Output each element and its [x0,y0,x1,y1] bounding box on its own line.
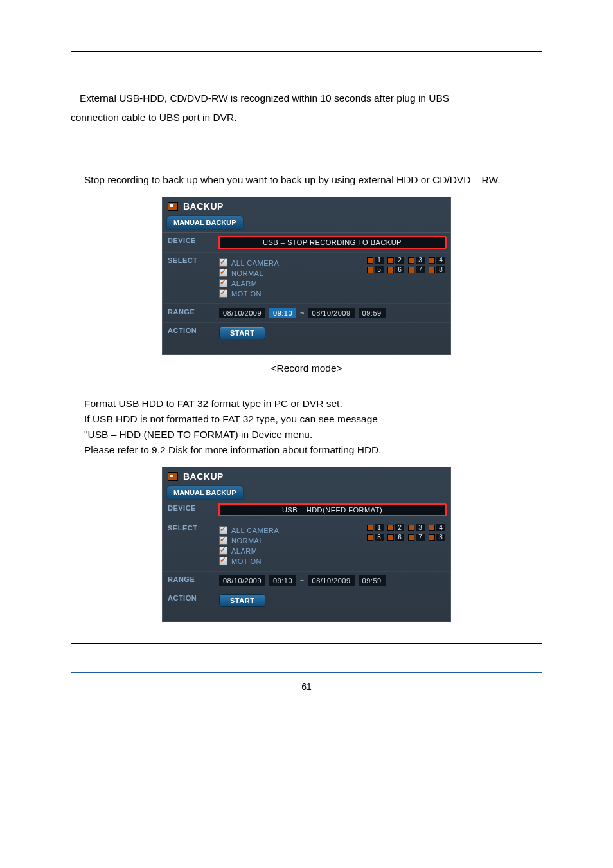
device-dropdown[interactable]: USB – HDD(NEED FORMAT) [219,504,445,516]
select-cell: ALL CAMERA NORMAL ALARM MOTION 1 2 3 4 [214,253,450,304]
camera-chip-6[interactable]: 6 [387,266,404,273]
camera-num: 3 [416,257,425,264]
camera-dot-icon [429,534,435,541]
device-dropdown[interactable]: USB – STOP RECORDING TO BACKUP [219,237,445,248]
camera-dot-icon [367,525,373,531]
camera-chip-1[interactable]: 1 [367,257,384,264]
camera-chip-8[interactable]: 8 [429,534,445,541]
select-cell: ALL CAMERA NORMAL ALARM MOTION 1 2 3 4 [214,520,450,572]
range-to-date[interactable]: 08/10/2009 [308,575,355,586]
camera-dot-icon [387,257,394,264]
checkbox-alarm[interactable] [219,279,227,287]
camera-chip-5[interactable]: 5 [367,266,384,273]
camera-chip-8[interactable]: 8 [429,266,445,273]
label-normal: NORMAL [231,269,263,277]
camera-dot-icon [367,267,373,273]
camera-dot-icon [429,257,435,264]
camera-chip-3[interactable]: 3 [408,257,425,264]
callout-text: Stop recording to back up when you want … [84,172,529,188]
range-from-date[interactable]: 08/10/2009 [219,575,265,586]
range-cell: 08/10/2009 09:10 ~ 08/10/2009 09:59 [214,304,450,323]
camera-dot-icon [408,267,414,273]
backup-icon [168,202,178,211]
tab-manual-backup[interactable]: MANUAL BACKUP [166,485,244,500]
backup-panel-2: BACKUP MANUAL BACKUP DEVICE USB – HDD(NE… [162,467,451,622]
tab-manual-backup[interactable]: MANUAL BACKUP [166,215,244,230]
camera-num: 6 [395,534,404,541]
camera-chip-1[interactable]: 1 [367,524,384,531]
range-from-date[interactable]: 08/10/2009 [219,308,265,318]
checkbox-all-camera[interactable] [219,258,227,267]
checkbox-motion[interactable] [219,557,227,565]
label-alarm: ALARM [231,280,257,287]
camera-num: 6 [395,266,404,273]
camera-chip-7[interactable]: 7 [408,534,425,541]
action-cell: START [214,323,450,354]
camera-chip-2[interactable]: 2 [387,524,404,531]
checkbox-alarm[interactable] [219,547,227,555]
backup-icon [168,472,178,481]
intro-line-1: External USB-HDD, CD/DVD-RW is recognize… [71,91,542,106]
panel-title-row: BACKUP [163,467,450,485]
checkbox-normal[interactable] [219,269,227,277]
camera-dot-icon [408,257,414,264]
panel-title-row: BACKUP [163,197,450,215]
panel-title: BACKUP [183,201,224,212]
camera-dot-icon [367,534,373,541]
range-to-time[interactable]: 09:59 [359,308,386,318]
camera-chip-3[interactable]: 3 [408,524,425,531]
panel-title: BACKUP [183,471,224,482]
range-to-date[interactable]: 08/10/2009 [308,308,355,318]
checkbox-motion[interactable] [219,289,227,298]
camera-chip-4[interactable]: 4 [429,257,445,264]
camera-dot-icon [408,525,414,531]
mid-line-1: Format USB HDD to FAT 32 format type in … [84,396,529,411]
camera-chip-5[interactable]: 5 [367,534,384,541]
page-number: 61 [71,682,542,692]
device-value-cell: USB – HDD(NEED FORMAT) [214,500,450,520]
checkbox-normal[interactable] [219,536,227,545]
device-label: DEVICE [163,500,214,520]
label-motion: MOTION [231,290,262,298]
camera-num: 1 [375,524,384,531]
action-cell: START [214,590,450,622]
mid-line-3: "USB – HDD (NEED TO FORMAT) in Device me… [84,427,529,442]
label-all-camera: ALL CAMERA [231,259,279,267]
label-motion: MOTION [231,557,262,565]
camera-num: 5 [375,266,384,273]
camera-dot-icon [367,257,373,264]
device-value-text: USB – HDD(NEED FORMAT) [282,506,382,514]
label-alarm: ALARM [231,547,257,555]
action-label: ACTION [163,323,214,354]
camera-num: 4 [436,257,445,264]
camera-chip-6[interactable]: 6 [387,534,404,541]
mid-line-4: Please refer to 9.2 Disk for more inform… [84,442,529,458]
range-cell: 08/10/2009 09:10 ~ 08/10/2009 09:59 [214,572,450,590]
camera-num: 3 [416,524,425,531]
mid-line-2: If USB HDD is not formatted to FAT 32 ty… [84,411,529,427]
range-to-time[interactable]: 09:59 [359,575,386,586]
range-tilde: ~ [300,309,304,317]
start-button[interactable]: START [219,594,265,607]
select-label: SELECT [163,253,214,304]
camera-num: 1 [375,257,384,264]
highlight-marker [445,237,447,248]
camera-num: 7 [416,266,425,273]
label-all-camera: ALL CAMERA [231,527,279,534]
camera-chip-4[interactable]: 4 [429,524,445,531]
range-from-time[interactable]: 09:10 [269,575,296,586]
checkbox-all-camera[interactable] [219,526,227,534]
label-normal: NORMAL [231,537,263,545]
camera-chip-2[interactable]: 2 [387,257,404,264]
range-label: RANGE [163,572,214,590]
camera-dot-icon [429,525,435,531]
highlight-marker [445,504,447,516]
device-value-text: USB – STOP RECORDING TO BACKUP [263,239,402,246]
camera-chip-7[interactable]: 7 [408,266,425,273]
camera-num: 2 [395,257,404,264]
start-button[interactable]: START [219,327,265,339]
camera-dot-icon [387,525,394,531]
device-value-cell: USB – STOP RECORDING TO BACKUP [214,233,450,253]
bottom-horizontal-rule [71,672,542,673]
range-from-time[interactable]: 09:10 [269,308,296,318]
